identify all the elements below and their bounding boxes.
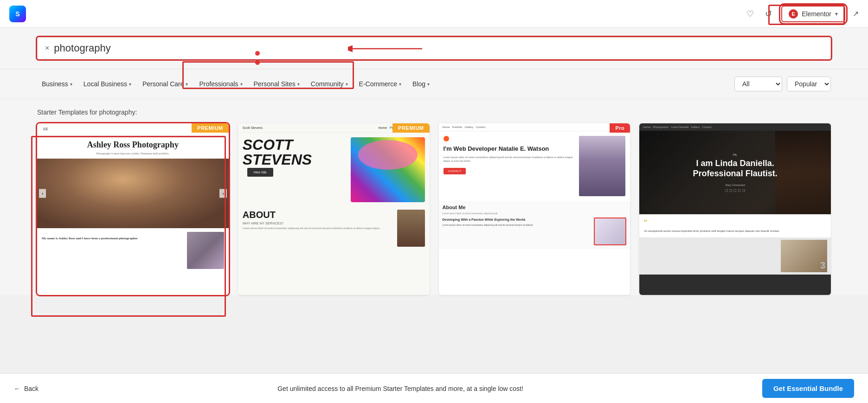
caret-icon: ▾ [346, 82, 348, 87]
scott-hero: SCOTTSTEVENS Hire Me [238, 133, 430, 207]
natalie-section-img [594, 217, 626, 245]
top-bar-left: S [9, 6, 26, 22]
favorite-button[interactable]: ♡ [745, 7, 756, 21]
scott-portrait-img [397, 210, 425, 247]
template-card-scott[interactable]: PREMIUM Scott Stevens Home Portfolio Blo… [238, 123, 430, 295]
bottom-message: Get unlimited access to all Premium Star… [277, 385, 523, 392]
external-link-icon: ↗ [853, 10, 859, 18]
elementor-dropdown-button[interactable]: E Elementor ▾ [781, 6, 845, 22]
get-bundle-button[interactable]: Get Essential Bundle [762, 379, 854, 398]
filter-categories: Business ▾ Local Business ▾ Personal Car… [37, 77, 434, 90]
linda-greeting: Hi, [693, 153, 778, 157]
heart-icon: ♡ [746, 9, 754, 19]
ashley-subtitle: Photography is more than just a hobby. E… [37, 152, 229, 159]
filter-community[interactable]: Community ▾ [306, 77, 353, 90]
back-arrow-icon: ← [14, 385, 20, 392]
template-card-linda[interactable]: Home Photography Linda Daniella Gallery … [639, 123, 831, 295]
natalie-left: I'm Web Developer Natalie E. Watson Lore… [444, 136, 575, 196]
scott-preview: Scott Stevens Home Portfolio Blog Contac… [238, 123, 430, 295]
linda-name: I am Linda Daniella.Professional Flautis… [693, 159, 778, 179]
scott-hire-button[interactable]: Hire Me [247, 168, 273, 177]
back-button[interactable]: ← Back [14, 385, 39, 392]
search-clear-button[interactable]: × [45, 44, 49, 52]
ashley-photo2 [187, 232, 224, 269]
natalie-preview: Home Portfolio Gallery Contact I'm Web D… [439, 123, 630, 295]
natalie-contact-button[interactable]: CONTACT [444, 168, 466, 174]
premium-badge: PREMIUM [192, 123, 228, 133]
pro-badge: Pro [610, 123, 630, 133]
app-logo: S [9, 6, 26, 22]
top-bar: S ♡ ↺ E Elementor ▾ ↗ [0, 0, 868, 28]
linda-hand-img [775, 131, 831, 214]
ashley-bio: — — My name is Ashley Ross and I have be… [42, 232, 183, 241]
natalie-about-sub: Lorem ipsum dolor sit amet consectetur a… [443, 212, 627, 215]
natalie-about-title: About Me [443, 205, 627, 210]
external-link-button[interactable]: ↗ [853, 9, 859, 18]
main-content: Starter Templates for photography: PREMI… [0, 99, 868, 295]
natalie-photo [579, 136, 625, 196]
bottom-bar: ← Back Get unlimited access to all Premi… [0, 373, 868, 403]
template-card-natalie[interactable]: Pro Home Portfolio Gallery Contact I'm W… [439, 123, 630, 295]
search-area: × [0, 28, 868, 69]
type-select[interactable]: All Free Premium [734, 77, 782, 91]
filter-business[interactable]: Business ▾ [37, 77, 77, 90]
caret-icon: ▾ [240, 82, 243, 87]
filter-personal-care[interactable]: Personal Care ▾ [138, 77, 193, 90]
ashley-hero-image: ‹ › [37, 159, 229, 228]
ashley-preview: AR Home Blog About Ashley Ross Photograp… [37, 123, 229, 295]
caret-icon: ▾ [427, 82, 430, 87]
natalie-desc: Lorem ipsum dolor sit amet consectetur a… [444, 156, 575, 163]
starter-label: Starter Templates for photography: [37, 109, 831, 116]
linda-quote-text: An exceptional iaculis massa imperdiet t… [644, 229, 826, 233]
search-box: × [37, 37, 831, 59]
ashley-face-img [37, 159, 229, 228]
premium-badge: PREMIUM [392, 123, 429, 133]
caret-icon: ▾ [129, 82, 131, 87]
natalie-about: About Me Lorem ipsum dolor sit amet cons… [439, 201, 630, 249]
ashley-bottom: — — My name is Ashley Ross and I have be… [37, 228, 229, 273]
top-bar-right: ♡ ↺ E Elementor ▾ ↗ [745, 6, 859, 22]
ashley-title: Ashley Ross Photography [37, 135, 229, 152]
linda-nav: Home Photography Linda Daniella Gallery … [639, 123, 831, 131]
sort-select[interactable]: Popular Newest Oldest [787, 77, 831, 91]
scott-name: SCOTTSTEVENS [243, 137, 312, 167]
natalie-hero: I'm Web Developer Natalie E. Watson Lore… [439, 131, 630, 201]
arrow-annotation [348, 42, 422, 56]
linda-quote: " An exceptional iaculis massa imperdiet… [639, 214, 831, 237]
filter-professionals[interactable]: Professionals ▾ [194, 77, 247, 90]
caret-icon: ▾ [186, 82, 188, 87]
filter-personal-sites[interactable]: Personal Sites ▾ [249, 77, 304, 90]
linda-bottom: 3 [639, 237, 831, 275]
scott-about: ABOUT WHY HIRE MY SERVICES? Lorem ipsum … [238, 207, 430, 251]
page-wrapper: S ♡ ↺ E Elementor ▾ ↗ [0, 0, 868, 403]
elementor-icon: E [789, 9, 798, 19]
refresh-icon: ↺ [765, 9, 772, 19]
template-grid: PREMIUM AR Home Blog About Ashley Ross P… [37, 123, 831, 295]
filter-area: Business ▾ Local Business ▾ Personal Car… [0, 69, 868, 99]
clear-icon: × [45, 44, 49, 52]
search-input[interactable] [54, 42, 823, 54]
filter-right: All Free Premium Popular Newest Oldest [734, 77, 831, 91]
filter-ecommerce[interactable]: E-Commerce ▾ [354, 77, 406, 90]
chevron-down-icon: ▾ [835, 11, 838, 17]
quote-icon: " [644, 219, 826, 227]
linda-preview: Home Photography Linda Daniella Gallery … [639, 123, 831, 295]
refresh-button[interactable]: ↺ [763, 7, 774, 21]
template-card-ashley[interactable]: PREMIUM AR Home Blog About Ashley Ross P… [37, 123, 229, 295]
filter-blog[interactable]: Blog ▾ [408, 77, 434, 90]
caret-icon: ▾ [70, 82, 72, 87]
filter-local-business[interactable]: Local Business ▾ [79, 77, 136, 90]
ashley-prev-button[interactable]: ‹ [39, 189, 46, 198]
natalie-nav: Home Portfolio Gallery Contact [439, 123, 630, 131]
decoration-dots [255, 51, 260, 65]
natalie-dot [444, 136, 449, 141]
caret-icon: ▾ [399, 82, 401, 87]
natalie-section: Developing With a Passion While Explorin… [443, 217, 627, 245]
ashley-next-button[interactable]: › [219, 189, 226, 198]
elementor-label: Elementor [802, 10, 831, 18]
linda-connected: Stay Connected [693, 184, 778, 186]
linda-hero: Hi, I am Linda Daniella.Professional Fla… [639, 131, 831, 214]
social-icons: ◻ ◻ ◻ ◻ ◻ [725, 188, 746, 192]
linda-text-block: Hi, I am Linda Daniella.Professional Fla… [688, 148, 782, 197]
natalie-title: I'm Web Developer Natalie E. Watson [444, 145, 575, 153]
